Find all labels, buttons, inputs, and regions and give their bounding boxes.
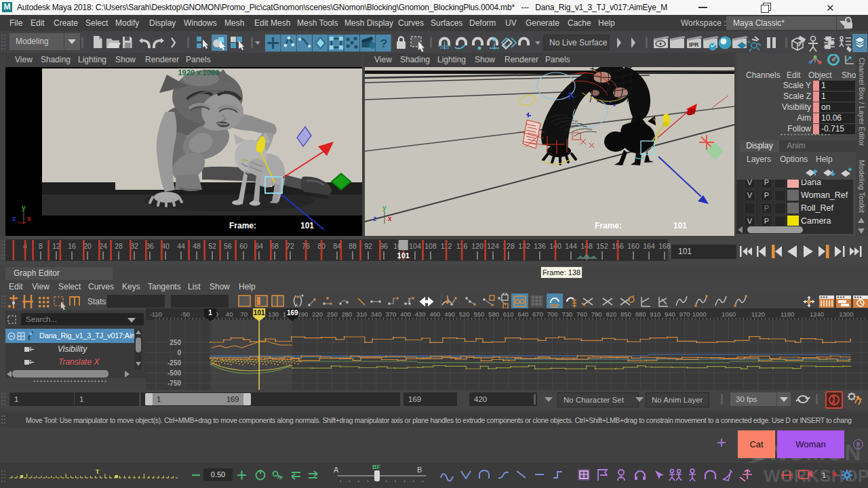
svg-text:48: 48	[193, 242, 201, 250]
svg-text:x: x	[388, 215, 392, 222]
svg-text:136: 136	[534, 242, 546, 250]
svg-text:24: 24	[99, 242, 107, 250]
svg-text:101: 101	[397, 251, 410, 260]
svg-text:880: 880	[635, 310, 646, 318]
svg-text:A: A	[334, 466, 339, 474]
svg-text:56: 56	[224, 242, 232, 250]
svg-text:820: 820	[606, 310, 616, 318]
svg-text:-50: -50	[180, 310, 190, 318]
svg-text:Stats: Stats	[87, 297, 106, 306]
svg-text:IPR: IPR	[689, 41, 698, 48]
svg-text:72: 72	[286, 242, 294, 250]
svg-text:0: 0	[177, 349, 181, 357]
svg-text:850: 850	[620, 310, 631, 318]
svg-text:y: y	[22, 204, 26, 211]
svg-text:-750: -750	[167, 380, 181, 387]
svg-text:730: 730	[561, 310, 572, 318]
svg-text:B: B	[417, 466, 422, 474]
svg-text:670: 670	[532, 310, 543, 318]
svg-text:-250: -250	[167, 359, 181, 367]
svg-text:1000: 1000	[692, 310, 707, 318]
svg-text:130: 130	[268, 310, 279, 318]
svg-text:16: 16	[68, 242, 76, 250]
svg-text:400: 400	[400, 310, 411, 318]
svg-text:430: 430	[415, 310, 426, 318]
svg-text:760: 760	[576, 310, 587, 318]
svg-text:250: 250	[170, 339, 181, 346]
svg-text:64: 64	[255, 242, 263, 250]
svg-text:8: 8	[39, 242, 43, 250]
svg-text:A: A	[295, 303, 298, 308]
svg-text:1120: 1120	[751, 310, 765, 318]
svg-text:610: 610	[503, 310, 514, 318]
svg-text:190: 190	[298, 310, 309, 318]
svg-text:580: 580	[488, 310, 499, 318]
svg-text:280: 280	[342, 310, 353, 318]
svg-text:-110: -110	[150, 310, 162, 318]
svg-text:152: 152	[596, 242, 608, 250]
svg-text:52: 52	[208, 242, 216, 250]
svg-text:88: 88	[349, 242, 357, 250]
svg-text:28: 28	[115, 242, 123, 250]
svg-text:1300: 1300	[839, 310, 853, 318]
svg-text:310: 310	[356, 310, 367, 318]
svg-text:550: 550	[473, 310, 484, 318]
svg-text:370: 370	[385, 310, 396, 318]
svg-text:60: 60	[239, 242, 248, 250]
svg-text:460: 460	[429, 310, 440, 318]
svg-text:70: 70	[241, 310, 248, 318]
svg-text:x: x	[27, 215, 31, 222]
svg-text:1240: 1240	[810, 310, 824, 318]
svg-text:40: 40	[161, 242, 170, 250]
svg-text:1060: 1060	[722, 310, 736, 318]
svg-text:910: 910	[650, 310, 660, 318]
svg-text:1: 1	[822, 471, 826, 479]
svg-text:?: ?	[380, 37, 387, 50]
svg-text:340: 340	[371, 310, 382, 318]
svg-text:160: 160	[627, 242, 639, 250]
svg-text:20: 20	[83, 242, 92, 250]
svg-text:12: 12	[52, 242, 60, 250]
svg-text:z: z	[12, 215, 16, 222]
svg-text:120: 120	[471, 242, 484, 250]
svg-text:940: 940	[665, 310, 675, 318]
svg-text:No Live Surface: No Live Surface	[549, 38, 608, 47]
svg-text:BF: BF	[372, 464, 380, 470]
svg-text:168: 168	[658, 242, 671, 250]
svg-text:z: z	[373, 215, 376, 222]
svg-text:84: 84	[333, 242, 341, 250]
svg-text:1180: 1180	[781, 310, 794, 318]
svg-text:700: 700	[547, 310, 558, 318]
svg-text:101: 101	[254, 309, 265, 317]
svg-text:490: 490	[444, 310, 455, 318]
svg-text:520: 520	[459, 310, 470, 318]
svg-text:1: 1	[208, 309, 212, 317]
svg-text:96: 96	[380, 242, 388, 250]
svg-text:220: 220	[312, 310, 323, 318]
svg-text:108: 108	[425, 242, 437, 250]
svg-text:124: 124	[487, 242, 499, 250]
svg-text:44: 44	[177, 242, 185, 250]
svg-text:250: 250	[327, 310, 338, 318]
svg-text:790: 790	[591, 310, 602, 318]
svg-text:y: y	[382, 204, 387, 211]
svg-text:640: 640	[517, 310, 528, 318]
svg-text:970: 970	[679, 310, 690, 318]
svg-text:1920 x 1080: 1920 x 1080	[178, 68, 219, 77]
svg-text:104: 104	[409, 242, 421, 250]
svg-text:164: 164	[643, 242, 655, 250]
svg-text:36: 36	[146, 242, 154, 250]
svg-text:40: 40	[226, 310, 233, 318]
svg-text:-500: -500	[167, 369, 181, 377]
svg-text:T: T	[96, 468, 100, 475]
svg-text:32: 32	[130, 242, 138, 250]
svg-text:169: 169	[287, 309, 298, 317]
svg-text:144: 144	[565, 242, 577, 250]
svg-text:68: 68	[271, 242, 279, 250]
svg-text:92: 92	[364, 242, 372, 250]
